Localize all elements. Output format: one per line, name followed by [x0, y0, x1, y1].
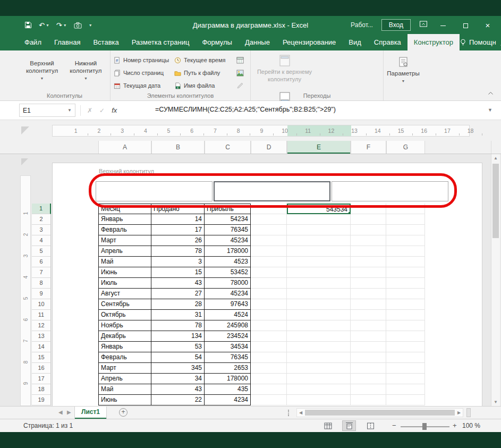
file-path-button[interactable]: Путь к файлу [173, 69, 232, 78]
row-header-7[interactable]: 7 [32, 267, 51, 278]
cell-C9[interactable]: 45234 [205, 289, 251, 299]
cell-F16[interactable] [351, 363, 386, 374]
row-header-1[interactable]: 1 [32, 204, 51, 214]
column-header-e[interactable]: E [287, 141, 351, 154]
horizontal-scroll-thumb[interactable] [305, 410, 455, 416]
cell-B18[interactable]: 43 [151, 384, 205, 395]
cell-D18[interactable] [251, 384, 287, 395]
tab-review[interactable]: Рецензирование [276, 34, 342, 50]
cell-D2[interactable] [251, 214, 287, 225]
scroll-up-icon[interactable]: ▲ [491, 156, 500, 160]
cell-A8[interactable]: Июль [98, 278, 151, 289]
cell-C18[interactable]: 435 [205, 384, 251, 395]
cell-G4[interactable] [386, 235, 425, 246]
cancel-entry-button[interactable]: ✗ [87, 107, 92, 114]
header-dropdown-button[interactable]: Верхний колонтитул ▼ [21, 52, 63, 88]
cell-C7[interactable]: 53452 [205, 267, 251, 278]
tab-file[interactable]: Файл [18, 34, 48, 50]
cell-D7[interactable] [251, 267, 287, 278]
cell-G15[interactable] [386, 352, 425, 363]
cell-A2[interactable]: Январь [98, 214, 151, 225]
cell-D11[interactable] [251, 310, 287, 320]
column-header-f[interactable]: F [351, 141, 386, 154]
cell-G12[interactable] [386, 320, 425, 331]
row-header-19[interactable]: 19 [32, 395, 51, 405]
cell-D1[interactable] [251, 204, 287, 214]
row-header-15[interactable]: 15 [32, 352, 51, 363]
cell-F4[interactable] [351, 235, 386, 246]
insert-function-button[interactable]: fx [112, 106, 117, 114]
cell-A6[interactable]: Май [98, 257, 151, 267]
view-normal-button[interactable] [321, 420, 335, 431]
cell-C17[interactable]: 178000 [205, 374, 251, 384]
cell-E3[interactable] [287, 225, 351, 235]
cell-C1[interactable]: Прибыль [205, 204, 251, 214]
cell-B15[interactable]: 54 [151, 352, 205, 363]
cell-F10[interactable] [351, 299, 386, 310]
cell-F3[interactable] [351, 225, 386, 235]
ribbon-display-options-button[interactable] [419, 20, 428, 30]
cell-A13[interactable]: Декабрь [98, 331, 151, 342]
tab-home[interactable]: Главная [48, 34, 87, 50]
cell-F14[interactable] [351, 342, 386, 352]
row-header-16[interactable]: 16 [32, 363, 51, 374]
cell-A17[interactable]: Апрель [98, 374, 151, 384]
tab-page-layout[interactable]: Разметка страниц [125, 34, 196, 50]
cell-G14[interactable] [386, 342, 425, 352]
cell-A19[interactable]: Июнь [98, 395, 151, 405]
zoom-slider-thumb[interactable] [422, 423, 427, 430]
close-button[interactable]: × [481, 21, 495, 30]
cell-E14[interactable] [287, 342, 351, 352]
sheet-name-button[interactable] [233, 56, 248, 65]
cell-G16[interactable] [386, 363, 425, 374]
cell-A15[interactable]: Февраль [98, 352, 151, 363]
go-to-header-button[interactable]: Перейти к верхнему колонтитулу [253, 52, 316, 89]
tab-insert[interactable]: Вставка [87, 34, 125, 50]
row-header-3[interactable]: 3 [32, 225, 51, 235]
cell-A1[interactable]: Месяц [98, 204, 151, 214]
view-page-layout-button[interactable] [342, 420, 356, 431]
cell-G3[interactable] [386, 225, 425, 235]
cell-C10[interactable]: 97643 [205, 299, 251, 310]
header-box-left[interactable] [96, 181, 213, 201]
add-sheet-button[interactable]: + [119, 408, 128, 417]
cell-E5[interactable] [287, 246, 351, 257]
minimize-button[interactable] [436, 21, 450, 30]
cell-A10[interactable]: Сентябрь [98, 299, 151, 310]
cell-C2[interactable]: 54234 [205, 214, 251, 225]
cell-D17[interactable] [251, 374, 287, 384]
cell-C12[interactable]: 245908 [205, 320, 251, 331]
cell-B11[interactable]: 31 [151, 310, 205, 320]
sheet-nav-next-button[interactable]: ▶ [67, 409, 71, 415]
header-box-right[interactable] [332, 181, 448, 201]
formula-bar-expand-button[interactable]: ▼ [488, 107, 492, 113]
cell-F6[interactable] [351, 257, 386, 267]
tab-help[interactable]: Справка [368, 34, 407, 50]
cell-G7[interactable] [386, 267, 425, 278]
current-date-button[interactable]: Текущая дата [113, 81, 172, 90]
picture-button[interactable] [233, 69, 248, 78]
vertical-scroll-thumb[interactable] [492, 164, 499, 238]
cell-B4[interactable]: 26 [151, 235, 205, 246]
cell-A14[interactable]: Январь [98, 342, 151, 352]
cell-C14[interactable]: 34534 [205, 342, 251, 352]
row-header-12[interactable]: 12 [32, 320, 51, 331]
save-button[interactable] [24, 21, 32, 29]
cell-B5[interactable]: 78 [151, 246, 205, 257]
undo-button[interactable]: ↶▼ [39, 22, 49, 29]
row-header-13[interactable]: 13 [32, 331, 51, 342]
cell-F13[interactable] [351, 331, 386, 342]
cell-C16[interactable]: 2653 [205, 363, 251, 374]
cell-E19[interactable] [287, 395, 351, 405]
cell-G8[interactable] [386, 278, 425, 289]
cell-G18[interactable] [386, 384, 425, 395]
scroll-right-icon[interactable]: ▶ [455, 410, 463, 415]
cell-C5[interactable]: 178000 [205, 246, 251, 257]
cell-A9[interactable]: Август [98, 289, 151, 299]
cell-F8[interactable] [351, 278, 386, 289]
cell-G5[interactable] [386, 246, 425, 257]
qat-customize-button[interactable]: ▼ [89, 23, 92, 27]
cell-D16[interactable] [251, 363, 287, 374]
helper-button[interactable]: Помощн [460, 38, 496, 46]
cell-F15[interactable] [351, 352, 386, 363]
